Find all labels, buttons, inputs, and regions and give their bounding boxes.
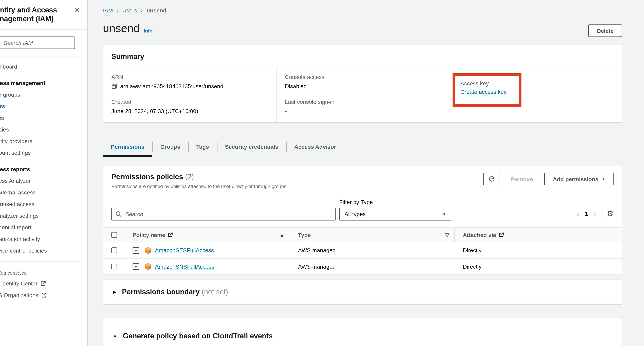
- policy-attached-via: Directly: [454, 259, 622, 274]
- policy-link[interactable]: AmazonSESFullAccess: [155, 247, 214, 253]
- sidebar-link-iam-identity-center[interactable]: IAM Identity Center: [0, 278, 88, 289]
- column-policy-name: Policy name: [132, 231, 165, 238]
- policies-table: Policy name ▲ Type ▽: [103, 227, 622, 274]
- info-link[interactable]: Info: [144, 28, 152, 34]
- gear-icon[interactable]: ⚙: [607, 210, 614, 218]
- breadcrumb-current: unsend: [146, 7, 166, 14]
- annotation-highlight-box: Access key 1 Create access key: [452, 73, 521, 107]
- generate-policy-title: Generate policy based on CloudTrail even…: [123, 332, 273, 340]
- link-label: IAM Identity Center: [0, 278, 38, 289]
- generate-policy-card[interactable]: ▼ Generate policy based on CloudTrail ev…: [103, 317, 622, 346]
- expand-section-icon[interactable]: ▶: [113, 289, 116, 294]
- sidebar-item-policies[interactable]: Policies: [0, 124, 88, 136]
- policy-icon: [144, 246, 152, 254]
- arn-value: arn:aws:iam::905418462135:user/unsend: [120, 82, 223, 90]
- sidebar-section-access-reports: Access reports: [0, 164, 88, 175]
- delete-button[interactable]: Delete: [588, 25, 622, 37]
- sidebar-item-organization-activity[interactable]: Organization activity: [0, 233, 88, 245]
- page-title: unsend: [103, 21, 140, 36]
- tab-groups[interactable]: Groups: [152, 137, 188, 156]
- policy-attached-via: Directly: [454, 242, 622, 258]
- last-signin-value: -: [285, 107, 439, 115]
- expand-row-icon[interactable]: +: [132, 263, 139, 270]
- close-icon[interactable]: ×: [72, 5, 82, 15]
- boundary-not-set: (not set): [202, 288, 228, 296]
- collapse-section-icon[interactable]: ▼: [113, 334, 117, 338]
- boundary-title: Permissions boundary: [122, 288, 200, 296]
- main-content: IAM › Users › unsend unsend Info Delete …: [88, 0, 644, 346]
- type-filter-select[interactable]: All types ▼: [339, 208, 451, 220]
- sidebar-item-account-settings[interactable]: Account settings: [0, 147, 88, 159]
- external-link-icon: [499, 232, 504, 237]
- column-type: Type: [298, 231, 311, 238]
- access-key-label: Access key 1: [460, 79, 513, 87]
- external-link-icon: [41, 293, 46, 298]
- copy-icon[interactable]: [111, 83, 117, 89]
- add-permissions-label: Add permissions: [553, 176, 598, 182]
- sidebar-item-analyzer-settings[interactable]: Analyzer settings: [0, 210, 88, 222]
- permissions-boundary-card[interactable]: ▶ Permissions boundary (not set): [103, 279, 622, 304]
- tab-access-advisor[interactable]: Access Advisor: [286, 137, 344, 156]
- policy-search-input[interactable]: [111, 208, 336, 220]
- row-checkbox[interactable]: [111, 264, 117, 269]
- breadcrumb: IAM › Users › unsend: [103, 7, 622, 14]
- sidebar-link-aws-organizations[interactable]: AWS Organizations: [0, 289, 88, 301]
- filter-by-type-label: Filter by Type: [339, 199, 451, 205]
- external-link-icon: [40, 281, 46, 286]
- tab-tags[interactable]: Tags: [188, 137, 217, 156]
- sidebar-title: Identity and Access Management (IAM): [0, 6, 72, 23]
- breadcrumb-iam[interactable]: IAM: [103, 7, 113, 14]
- prev-page-icon[interactable]: ‹: [577, 210, 580, 218]
- divider: [601, 209, 602, 218]
- row-checkbox[interactable]: [111, 247, 117, 253]
- page-number[interactable]: 1: [585, 210, 588, 217]
- sidebar-item-service-control-policies[interactable]: Service control policies: [0, 245, 88, 257]
- tab-permissions[interactable]: Permissions: [103, 137, 152, 156]
- column-attached-via: Attached via: [463, 231, 496, 238]
- add-permissions-button[interactable]: Add permissions ▼: [544, 173, 614, 185]
- tab-security-credentials[interactable]: Security credentials: [217, 137, 286, 156]
- policy-icon: [144, 263, 152, 270]
- refresh-button[interactable]: [484, 173, 500, 185]
- sidebar-item-roles[interactable]: Roles: [0, 112, 88, 124]
- create-access-key-link[interactable]: Create access key: [460, 89, 506, 95]
- policy-link[interactable]: AmazonSNSFullAccess: [155, 263, 214, 270]
- permissions-policies-card: Permissions policies (2) Permissions are…: [103, 166, 622, 275]
- policies-title: Permissions policies: [111, 173, 183, 181]
- policy-type: AWS managed: [289, 242, 454, 258]
- sidebar-section-access-management: Access management: [0, 77, 88, 89]
- link-label: AWS Organizations: [0, 289, 38, 301]
- summary-card: Summary ARN arn:aws:: [103, 45, 622, 122]
- sidebar: × Identity and Access Management (IAM) D…: [0, 0, 88, 346]
- table-row: + Amazon: [103, 258, 622, 274]
- sidebar-nav: Dashboard Access management User groups …: [0, 57, 88, 261]
- policies-description: Permissions are defined by policies atta…: [111, 184, 484, 189]
- last-signin-label: Last console sign-in: [285, 98, 439, 106]
- sidebar-item-dashboard[interactable]: Dashboard: [0, 61, 88, 73]
- sidebar-item-credential-report[interactable]: Credential report: [0, 222, 88, 233]
- sidebar-item-access-analyzer[interactable]: Access Analyzer: [0, 175, 88, 187]
- sidebar-item-user-groups[interactable]: User groups: [0, 89, 88, 101]
- sidebar-item-users[interactable]: Users: [0, 101, 88, 112]
- sidebar-search-input[interactable]: [0, 37, 75, 49]
- pagination: ‹ 1 › ⚙: [577, 209, 614, 220]
- created-value: June 28, 2024, 07:33 (UTC+10:00): [111, 107, 268, 115]
- sort-ascending-icon[interactable]: ▲: [280, 232, 284, 237]
- console-access-value: Disabled: [285, 82, 439, 90]
- next-page-icon[interactable]: ›: [593, 210, 596, 218]
- policy-type: AWS managed: [289, 259, 454, 274]
- expand-row-icon[interactable]: +: [132, 247, 139, 254]
- related-consoles-heading: Related consoles: [0, 268, 88, 278]
- column-filter-icon[interactable]: ▽: [445, 232, 449, 238]
- arn-label: ARN: [111, 73, 268, 81]
- table-row: + Amazon: [103, 242, 622, 258]
- select-all-checkbox[interactable]: [111, 232, 117, 238]
- breadcrumb-users[interactable]: Users: [122, 7, 137, 14]
- policies-count: (2): [185, 173, 194, 181]
- chevron-down-icon: ▼: [602, 177, 605, 181]
- remove-button[interactable]: Remove: [502, 173, 541, 185]
- sidebar-item-identity-providers[interactable]: Identity providers: [0, 136, 88, 147]
- sidebar-item-external-access[interactable]: External access: [0, 187, 88, 198]
- sidebar-item-unused-access[interactable]: Unused access: [0, 198, 88, 210]
- breadcrumb-separator: ›: [140, 8, 143, 13]
